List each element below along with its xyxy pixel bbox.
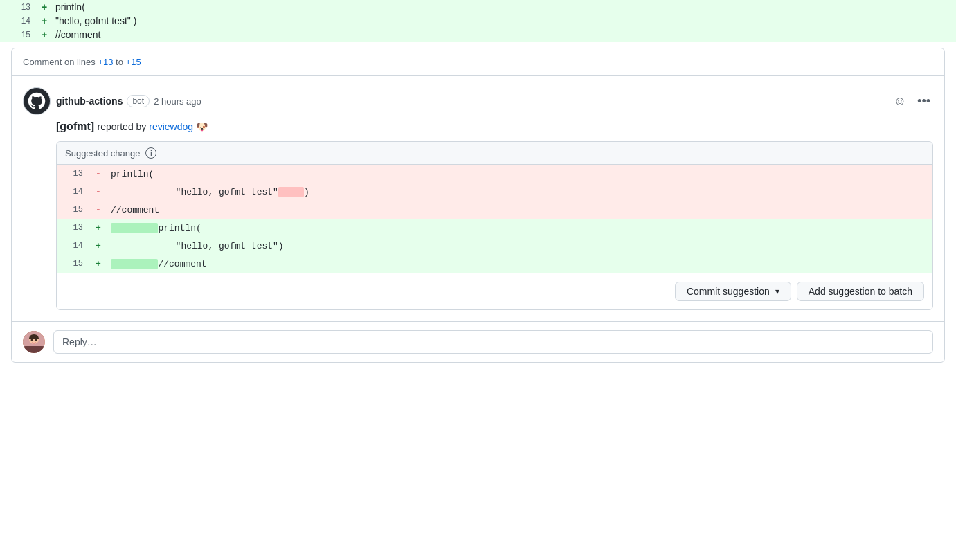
diff-text-a14: "hello, gofmt test") xyxy=(105,241,932,251)
github-logo-icon xyxy=(27,91,46,111)
author-name: github-actions xyxy=(56,96,123,107)
diff-num-a13: 13 xyxy=(57,223,91,233)
line-content-15-top: //comment xyxy=(55,29,100,40)
emoji-reaction-button[interactable]: ☺ xyxy=(891,91,909,111)
comment-header: github-actions bot 2 hours ago ☺ ••• xyxy=(23,87,933,115)
comment-header-left: github-actions bot 2 hours ago xyxy=(23,87,201,115)
dropdown-arrow-icon: ▾ xyxy=(775,287,779,296)
diff-line-added-13: 13 + println( xyxy=(57,219,932,237)
suggestion-actions: Commit suggestion ▾ Add suggestion to ba… xyxy=(57,273,932,309)
reply-avatar-image xyxy=(23,331,45,353)
reviewdog-link[interactable]: reviewdog xyxy=(149,121,193,132)
comment-title: [gofmt] reported by reviewdog 🐶 xyxy=(56,120,933,133)
diff-line-added-15: 15 + //comment xyxy=(57,255,932,273)
top-code-area: 13 + println( 14 + "hello, gofmt test" )… xyxy=(0,0,956,42)
bot-badge: bot xyxy=(127,95,150,107)
comment-meta: github-actions bot 2 hours ago xyxy=(56,95,201,107)
commit-suggestion-button[interactable]: Commit suggestion ▾ xyxy=(675,282,791,301)
diff-num-r14: 14 xyxy=(57,187,91,197)
diff-line-removed-15: 15 - //comment xyxy=(57,201,932,219)
reply-user-avatar-icon xyxy=(23,331,45,353)
added-highlight-15 xyxy=(111,259,158,269)
code-line-14-top: 14 + "hello, gofmt test" ) xyxy=(0,14,956,28)
svg-point-3 xyxy=(35,339,37,341)
diff-text-a13: println( xyxy=(105,223,932,233)
comment-to-link[interactable]: +15 xyxy=(126,57,141,67)
page-wrapper: 13 + println( 14 + "hello, gofmt test" )… xyxy=(0,0,956,560)
line-content-14-top: "hello, gofmt test" ) xyxy=(55,15,136,26)
suggested-change-label: Suggested change xyxy=(65,148,140,159)
comment-on-lines-text: Comment on lines xyxy=(23,57,96,67)
comment-from-link[interactable]: +13 xyxy=(98,57,113,67)
diff-line-removed-13: 13 - println( xyxy=(57,165,932,183)
comment-header-right: ☺ ••• xyxy=(891,91,933,111)
diff-line-removed-14: 14 - "hello, gofmt test" ) xyxy=(57,183,932,201)
diff-text-r14: "hello, gofmt test" ) xyxy=(105,187,932,197)
reported-by-text: reported by reviewdog 🐶 xyxy=(98,121,208,132)
more-options-button[interactable]: ••• xyxy=(914,91,933,111)
diff-num-a15: 15 xyxy=(57,259,91,269)
diff-text-a15: //comment xyxy=(105,259,932,269)
comment-section: Comment on lines +13 to +15 github-actio… xyxy=(11,48,945,363)
reply-section: Reply… xyxy=(12,322,944,362)
diff-sign-r13: - xyxy=(91,169,105,179)
line-prefix-15-top: + xyxy=(42,29,55,40)
code-line-13-top: 13 + println( xyxy=(0,0,956,14)
diff-num-a14: 14 xyxy=(57,241,91,251)
reply-avatar xyxy=(23,331,45,353)
info-icon[interactable]: i xyxy=(145,147,156,159)
add-to-batch-label: Add suggestion to batch xyxy=(809,286,912,297)
commit-suggestion-label: Commit suggestion xyxy=(687,286,770,297)
line-num-15-top: 15 xyxy=(0,30,42,39)
added-highlight-13 xyxy=(111,223,158,233)
diff-line-added-14: 14 + "hello, gofmt test") xyxy=(57,237,932,255)
removed-highlight xyxy=(278,187,304,197)
code-line-15-top: 15 + //comment xyxy=(0,28,956,42)
comment-body: github-actions bot 2 hours ago ☺ ••• [go… xyxy=(12,76,944,322)
add-suggestion-to-batch-button[interactable]: Add suggestion to batch xyxy=(797,282,924,301)
diff-code: 13 - println( 14 - "hello, gofmt test" ) xyxy=(57,165,932,273)
reply-placeholder: Reply… xyxy=(62,336,97,347)
reply-input[interactable]: Reply… xyxy=(53,330,933,354)
line-content-13-top: println( xyxy=(55,1,85,12)
gofmt-label: [gofmt] xyxy=(56,120,94,132)
suggestion-header: Suggested change i xyxy=(57,142,932,165)
svg-point-2 xyxy=(31,339,33,341)
diff-sign-r14: - xyxy=(91,187,105,197)
comment-time: 2 hours ago xyxy=(154,96,201,107)
diff-sign-a13: + xyxy=(91,223,105,233)
avatar xyxy=(23,87,51,115)
ellipsis-icon: ••• xyxy=(917,94,930,109)
line-prefix-13-top: + xyxy=(42,1,55,12)
line-num-14-top: 14 xyxy=(0,16,42,26)
comment-on-lines-header: Comment on lines +13 to +15 xyxy=(12,48,944,76)
line-prefix-14-top: + xyxy=(42,15,55,26)
diff-sign-r15: - xyxy=(91,205,105,215)
line-num-13-top: 13 xyxy=(0,2,42,12)
suggestion-box: Suggested change i 13 - println( 14 - xyxy=(56,141,933,310)
diff-sign-a15: + xyxy=(91,259,105,269)
diff-text-r13: println( xyxy=(105,169,932,179)
diff-text-r15: //comment xyxy=(105,205,932,215)
svg-rect-4 xyxy=(23,346,45,353)
comment-to-separator: to xyxy=(116,57,125,67)
diff-num-r13: 13 xyxy=(57,169,91,179)
dog-emoji: 🐶 xyxy=(196,121,208,132)
diff-sign-a14: + xyxy=(91,241,105,251)
diff-num-r15: 15 xyxy=(57,205,91,215)
